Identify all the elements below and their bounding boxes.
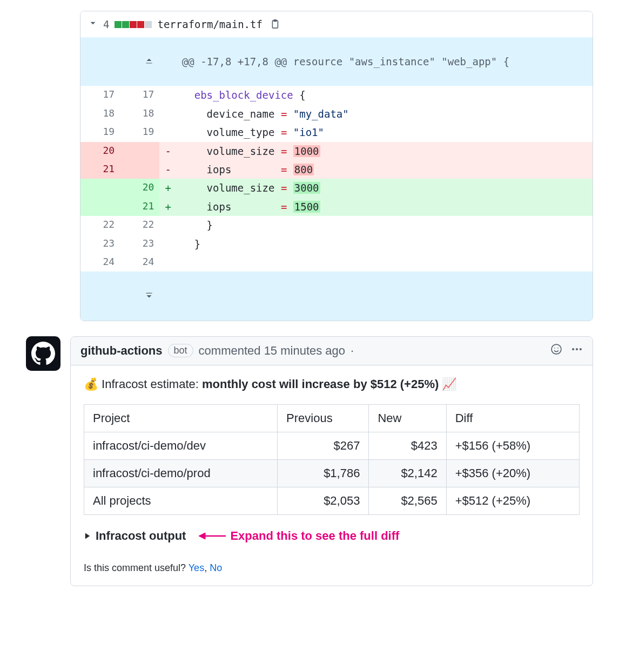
diff-table: @@ -17,8 +17,8 @@ resource "aws_instance… <box>80 37 593 321</box>
diff-line: 1818 device_name = "my_data" <box>80 105 593 123</box>
col-previous: Previous <box>278 404 369 432</box>
diff-line-deleted: 20- volume_size = 1000 <box>80 142 593 160</box>
comment-header: github-actions bot commented 15 minutes … <box>71 337 593 365</box>
table-row: All projects $2,053 $2,565 +$512 (+25%) <box>84 487 580 514</box>
comment-box: github-actions bot commented 15 minutes … <box>70 336 593 586</box>
svg-point-4 <box>576 348 578 350</box>
diff-line: 2222 } <box>80 216 593 234</box>
hunk-header: @@ -17,8 +17,8 @@ resource "aws_instance… <box>177 37 593 86</box>
svg-point-1 <box>554 348 555 349</box>
github-avatar[interactable] <box>26 336 60 371</box>
comment-body: 💰 Infracost estimate: monthly cost will … <box>71 365 593 586</box>
github-icon <box>31 342 55 365</box>
diff-file-box: 4 terraform/main.tf @@ -17,8 +17,8 @@ re… <box>80 11 593 321</box>
copy-path-icon[interactable] <box>268 17 283 32</box>
annotation-callout: Expand this to see the full diff <box>199 529 399 543</box>
feedback-prompt: Is this comment useful? Yes, No <box>84 562 580 574</box>
col-project: Project <box>84 404 278 432</box>
comment-author[interactable]: github-actions <box>80 344 163 358</box>
money-emoji: 💰 <box>84 377 98 391</box>
svg-point-5 <box>580 348 582 350</box>
diff-line-added: 20+ volume_size = 3000 <box>80 179 593 197</box>
disclosure-triangle-icon <box>84 532 91 540</box>
comment-timestamp: commented 15 minutes ago <box>199 344 346 358</box>
svg-point-3 <box>572 348 574 350</box>
diff-stat-squares <box>115 21 152 28</box>
bot-badge: bot <box>168 344 193 357</box>
change-count: 4 <box>103 18 109 30</box>
svg-point-2 <box>557 348 559 349</box>
chart-emoji: 📈 <box>439 377 456 391</box>
diff-file-header: 4 terraform/main.tf <box>80 11 593 37</box>
hunk-expand-down[interactable] <box>80 271 593 320</box>
table-row: infracost/ci-demo/prod $1,786 $2,142 +$3… <box>84 459 580 487</box>
diff-filename[interactable]: terraform/main.tf <box>157 18 262 30</box>
diff-line: 1919 volume_type = "io1" <box>80 123 593 141</box>
table-row: infracost/ci-demo/dev $267 $423 +$156 (+… <box>84 432 580 459</box>
col-new: New <box>369 404 446 432</box>
separator-dot: · <box>351 344 354 358</box>
diff-line: 1717 ebs_block_device { <box>80 86 593 104</box>
collapse-file-icon[interactable] <box>88 18 98 30</box>
diff-line: 2323 } <box>80 235 593 253</box>
cost-headline: 💰 Infracost estimate: monthly cost will … <box>84 377 580 391</box>
infracost-output-toggle[interactable]: Infracost output <box>84 529 186 543</box>
svg-point-0 <box>551 344 561 354</box>
cost-table: Project Previous New Diff infracost/ci-d… <box>84 404 580 515</box>
diff-line-deleted: 21- iops = 800 <box>80 160 593 179</box>
feedback-yes-link[interactable]: Yes <box>189 562 204 573</box>
emoji-reaction-icon[interactable] <box>550 343 562 358</box>
diff-line-added: 21+ iops = 1500 <box>80 198 593 216</box>
feedback-no-link[interactable]: No <box>210 562 222 573</box>
arrow-left-icon <box>199 532 226 540</box>
diff-line: 2424 <box>80 253 593 271</box>
hunk-expand-up[interactable]: @@ -17,8 +17,8 @@ resource "aws_instance… <box>80 37 593 86</box>
kebab-menu-icon[interactable] <box>571 343 583 358</box>
col-diff: Diff <box>446 404 579 432</box>
